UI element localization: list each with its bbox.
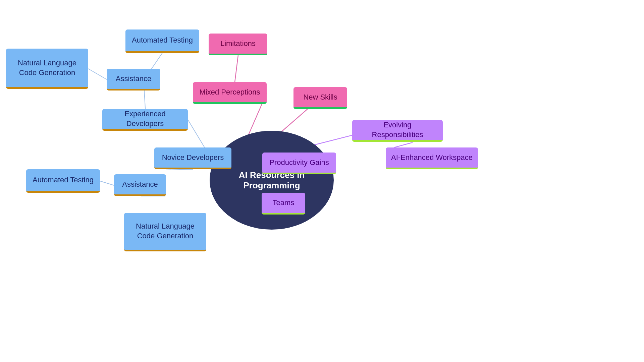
experienced-devs-label: Experienced Developers — [108, 109, 182, 128]
ai-workspace-label: AI-Enhanced Workspace — [391, 153, 473, 163]
evolving-resp-label: Evolving Responsibilities — [358, 120, 437, 139]
teams-label: Teams — [273, 198, 294, 208]
novice-devs-node[interactable]: Novice Developers — [154, 147, 231, 169]
automated-testing-top-node[interactable]: Automated Testing — [125, 29, 199, 53]
assistance-top-node[interactable]: Assistance — [107, 69, 160, 90]
svg-line-7 — [166, 169, 193, 170]
automated-testing-bottom-node[interactable]: Automated Testing — [26, 169, 100, 193]
limitations-label: Limitations — [220, 39, 256, 49]
assistance-bottom-label: Assistance — [122, 180, 158, 189]
assistance-bottom-node[interactable]: Assistance — [114, 174, 166, 196]
natural-lang-bottom-label: Natural Language Code Generation — [129, 222, 201, 241]
novice-devs-label: Novice Developers — [162, 153, 224, 163]
productivity-gains-node[interactable]: Productivity Gains — [262, 153, 336, 174]
ai-workspace-node[interactable]: AI-Enhanced Workspace — [386, 147, 478, 169]
new-skills-label: New Skills — [303, 93, 337, 102]
productivity-gains-label: Productivity Gains — [269, 158, 329, 168]
svg-line-8 — [100, 181, 114, 185]
experienced-devs-node[interactable]: Experienced Developers — [102, 109, 188, 131]
new-skills-node[interactable]: New Skills — [293, 87, 347, 109]
assistance-top-label: Assistance — [116, 74, 151, 84]
mixed-perceptions-label: Mixed Perceptions — [200, 87, 260, 97]
automated-testing-bottom-label: Automated Testing — [33, 175, 94, 185]
teams-node[interactable]: Teams — [262, 193, 305, 215]
mixed-perceptions-node[interactable]: Mixed Perceptions — [193, 82, 267, 104]
evolving-resp-node[interactable]: Evolving Responsibilities — [352, 120, 443, 142]
svg-line-14 — [394, 142, 413, 147]
natural-lang-top-node[interactable]: Natural Language Code Generation — [6, 49, 88, 89]
svg-line-3 — [88, 69, 107, 79]
natural-lang-bottom-node[interactable]: Natural Language Code Generation — [124, 213, 206, 251]
automated-testing-top-label: Automated Testing — [132, 36, 193, 45]
center-node: AI Resources in Programming — [210, 131, 334, 230]
natural-lang-top-label: Natural Language Code Generation — [11, 58, 83, 77]
limitations-node[interactable]: Limitations — [209, 34, 267, 55]
svg-line-5 — [235, 55, 238, 82]
